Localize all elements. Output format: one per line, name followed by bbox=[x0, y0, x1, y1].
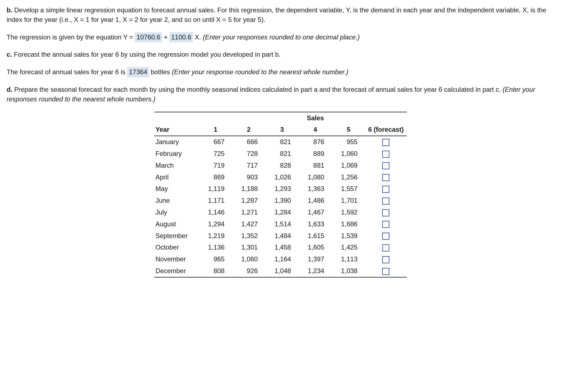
sales-value: 828 bbox=[265, 160, 299, 171]
forecast-input[interactable] bbox=[382, 233, 389, 240]
eq-plus: + bbox=[162, 33, 169, 41]
sales-value: 1,467 bbox=[299, 207, 332, 218]
sales-value: 1,080 bbox=[299, 171, 332, 183]
sales-value: 1,427 bbox=[232, 218, 265, 230]
sales-value: 1,164 bbox=[265, 253, 299, 265]
forecast-cell bbox=[365, 218, 407, 230]
forecast-input[interactable] bbox=[382, 198, 389, 205]
sales-value: 1,363 bbox=[299, 183, 332, 195]
sales-value: 1,287 bbox=[232, 195, 265, 207]
forecast-input[interactable] bbox=[382, 174, 389, 181]
sales-value: 1,060 bbox=[332, 148, 365, 160]
forecast-input[interactable] bbox=[382, 151, 389, 158]
year-label: Year bbox=[154, 124, 199, 136]
sales-value: 728 bbox=[232, 148, 265, 160]
forecast-cell bbox=[365, 171, 407, 183]
forecast-input[interactable] bbox=[382, 186, 389, 193]
month-label: October bbox=[154, 242, 199, 253]
part-b-hint: (Enter your responses rounded to one dec… bbox=[203, 33, 360, 41]
sales-header: Sales bbox=[299, 112, 332, 124]
sales-value: 1,539 bbox=[332, 230, 365, 242]
sales-value: 808 bbox=[199, 265, 232, 277]
sales-value: 725 bbox=[199, 148, 232, 160]
forecast-input[interactable] bbox=[382, 268, 389, 275]
sales-value: 1,514 bbox=[265, 218, 299, 230]
sales-value: 1,069 bbox=[332, 160, 365, 171]
part-d-prompt: d. Prepare the seasonal forecast for eac… bbox=[7, 85, 554, 104]
sales-value: 1,026 bbox=[265, 171, 299, 183]
forecast-input[interactable] bbox=[382, 244, 389, 251]
forecast-cell bbox=[365, 195, 407, 207]
sales-value: 1,486 bbox=[299, 195, 332, 207]
forecast-post: bottles bbox=[149, 68, 172, 76]
sales-value: 1,146 bbox=[199, 207, 232, 218]
sales-value: 1,615 bbox=[299, 230, 332, 242]
sales-value: 1,301 bbox=[232, 242, 265, 253]
col-header-4: 4 bbox=[299, 124, 332, 136]
eq-pre: The regression is given by the equation … bbox=[7, 33, 135, 41]
forecast-input[interactable] bbox=[382, 256, 389, 263]
sales-value: 1,293 bbox=[265, 183, 299, 195]
eq-xvar: X. bbox=[193, 33, 203, 41]
forecast-cell bbox=[365, 230, 407, 242]
month-label: August bbox=[154, 218, 199, 230]
forecast-cell bbox=[365, 242, 407, 253]
col-header-1: 1 bbox=[199, 124, 232, 136]
sales-value: 965 bbox=[199, 253, 232, 265]
forecast-cell bbox=[365, 207, 407, 218]
sales-value: 1,038 bbox=[332, 265, 365, 277]
sales-value: 1,294 bbox=[199, 218, 232, 230]
month-label: May bbox=[154, 183, 199, 195]
part-c-label: c. bbox=[7, 51, 12, 58]
month-label: September bbox=[154, 230, 199, 242]
sales-value: 717 bbox=[232, 160, 265, 171]
month-label: December bbox=[154, 265, 199, 277]
sales-value: 1,425 bbox=[332, 242, 365, 253]
forecast-input[interactable] bbox=[382, 221, 389, 228]
part-c-hint: (Enter your response rounded to the near… bbox=[172, 68, 348, 76]
part-c-prompt: c. Forecast the annual sales for year 6 … bbox=[7, 50, 554, 59]
sales-value: 1,458 bbox=[265, 242, 299, 253]
month-label: July bbox=[154, 207, 199, 218]
sales-table: Sales Year 1 2 3 4 5 6 (forecast) Januar… bbox=[154, 112, 407, 277]
month-label: June bbox=[154, 195, 199, 207]
intercept-answer: 10760.6 bbox=[135, 32, 162, 42]
forecast-input[interactable] bbox=[382, 139, 389, 146]
sales-value: 1,256 bbox=[332, 171, 365, 183]
sales-value: 955 bbox=[332, 136, 365, 148]
part-d-label: d. bbox=[7, 86, 12, 93]
sales-value: 1,136 bbox=[199, 242, 232, 253]
sales-value: 1,188 bbox=[232, 183, 265, 195]
month-label: February bbox=[154, 148, 199, 160]
col-header-5: 5 bbox=[332, 124, 365, 136]
col-header-6: 6 (forecast) bbox=[365, 124, 407, 136]
forecast-input[interactable] bbox=[382, 209, 389, 216]
col-header-3: 3 bbox=[265, 124, 299, 136]
sales-value: 876 bbox=[299, 136, 332, 148]
sales-value: 821 bbox=[265, 148, 299, 160]
part-b-label: b. bbox=[7, 6, 12, 14]
sales-value: 903 bbox=[232, 171, 265, 183]
month-label: March bbox=[154, 160, 199, 171]
sales-value: 667 bbox=[199, 136, 232, 148]
month-label: November bbox=[154, 253, 199, 265]
forecast-cell bbox=[365, 160, 407, 171]
sales-value: 1,284 bbox=[265, 207, 299, 218]
sales-value: 1,390 bbox=[265, 195, 299, 207]
sales-value: 1,592 bbox=[332, 207, 365, 218]
part-b-equation-line: The regression is given by the equation … bbox=[7, 32, 554, 42]
forecast-cell bbox=[365, 183, 407, 195]
sales-value: 1,557 bbox=[332, 183, 365, 195]
sales-value: 1,171 bbox=[199, 195, 232, 207]
part-b-text: Develop a simple linear regression equat… bbox=[7, 6, 546, 23]
forecast-cell bbox=[365, 136, 407, 148]
forecast-cell bbox=[365, 148, 407, 160]
forecast-input[interactable] bbox=[382, 162, 389, 169]
forecast-answer: 17364 bbox=[127, 67, 149, 77]
sales-value: 1,119 bbox=[199, 183, 232, 195]
sales-value: 1,060 bbox=[232, 253, 265, 265]
forecast-cell bbox=[365, 265, 407, 277]
forecast-pre: The forecast of annual sales for year 6 … bbox=[7, 68, 127, 76]
sales-value: 881 bbox=[299, 160, 332, 171]
slope-answer: 1100.6 bbox=[169, 32, 193, 42]
